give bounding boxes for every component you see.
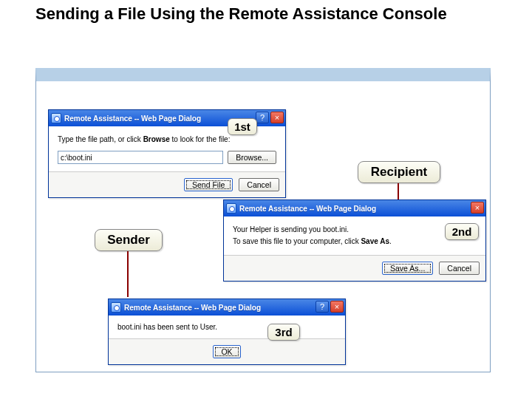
- role-label-sender: Sender: [95, 229, 163, 251]
- step-label-2nd: 2nd: [445, 223, 479, 240]
- window-title: Remote Assistance -- Web Page Dialog: [124, 304, 261, 312]
- msg-line1: Your Helper is sending you boot.ini.: [233, 224, 477, 236]
- close-button[interactable]: ×: [270, 112, 284, 123]
- filepath-input[interactable]: [58, 151, 223, 164]
- titlebar[interactable]: Remote Assistance -- Web Page Dialog ? ×: [109, 299, 345, 316]
- close-button[interactable]: ×: [471, 202, 484, 214]
- slide-title: Sending a File Using the Remote Assistan…: [35, 4, 447, 23]
- role-label-recipient: Recipient: [358, 161, 440, 183]
- connector-recipient: [398, 183, 399, 200]
- dialog-receive-file: Remote Assistance -- Web Page Dialog × Y…: [223, 200, 486, 282]
- ok-button[interactable]: OK: [213, 345, 240, 358]
- window-title: Remote Assistance -- Web Page Dialog: [64, 115, 201, 123]
- save-as-button[interactable]: Save As...: [382, 262, 433, 275]
- cancel-button[interactable]: Cancel: [239, 178, 279, 191]
- close-button[interactable]: ×: [330, 301, 344, 313]
- help-button[interactable]: ?: [256, 112, 269, 123]
- cancel-button[interactable]: Cancel: [439, 262, 480, 275]
- send-file-button[interactable]: Send File: [184, 178, 233, 191]
- ie-icon: [226, 203, 236, 214]
- connector-sender: [127, 251, 129, 297]
- step-label-1st: 1st: [228, 118, 257, 135]
- browse-button[interactable]: Browse...: [228, 151, 276, 164]
- help-button[interactable]: ?: [316, 301, 329, 313]
- ie-icon: [111, 302, 121, 313]
- window-title: Remote Assistance -- Web Page Dialog: [239, 205, 376, 213]
- sent-message: boot.ini has been sent to User.: [117, 323, 336, 331]
- dialog-sent-confirm: Remote Assistance -- Web Page Dialog ? ×…: [108, 299, 346, 365]
- ie-icon: [51, 113, 61, 123]
- msg-line2: To save this file to your computer, clic…: [233, 236, 477, 248]
- titlebar[interactable]: Remote Assistance -- Web Page Dialog ×: [224, 200, 485, 216]
- step-label-3rd: 3rd: [267, 324, 300, 341]
- prompt-text: Type the file path, or click Browse to l…: [58, 135, 276, 143]
